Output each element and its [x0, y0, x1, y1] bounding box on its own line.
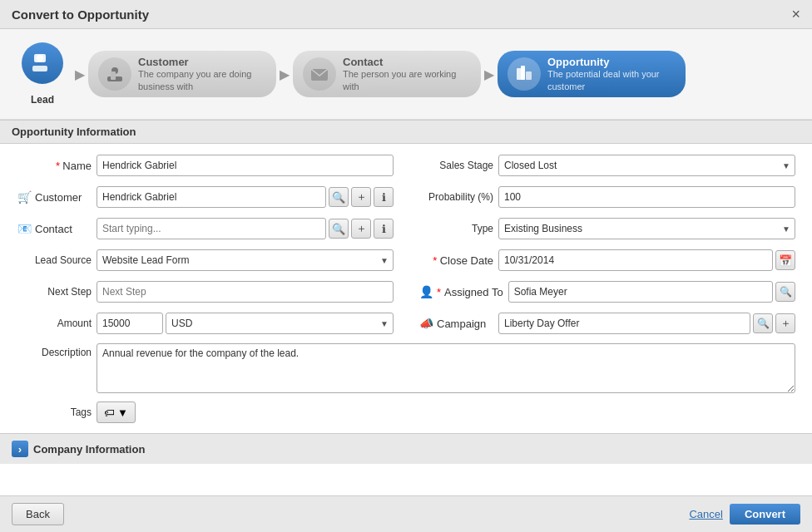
back-button[interactable]: Back	[12, 503, 64, 525]
next-step-label: Next Step	[17, 286, 92, 298]
dialog-header: Convert to Opportunity ×	[0, 0, 812, 29]
probability-row: Probability (%)	[418, 185, 795, 209]
lead-step-label: Lead	[31, 94, 54, 106]
lead-source-row: Lead Source Website Lead Form Cold Call …	[17, 249, 394, 272]
svg-rect-2	[32, 66, 47, 71]
sales-stage-select[interactable]: Closed Lost Prospecting Qualification Pr…	[498, 155, 795, 176]
campaign-label-wrap: 📣 Campaign	[418, 317, 493, 330]
arrow-1: ▶	[72, 66, 88, 82]
name-label: * Name	[17, 160, 92, 172]
customer-row-icon: 🛒	[17, 190, 32, 204]
opportunity-step-name: Opportunity	[547, 56, 672, 68]
tags-button[interactable]: 🏷 ▼	[97, 401, 136, 423]
customer-input[interactable]	[97, 186, 326, 208]
assigned-to-search-btn[interactable]: 🔍	[775, 282, 795, 302]
description-row: Description Annual revenue for the compa…	[17, 343, 795, 393]
wizard-step-lead[interactable]: Lead	[13, 39, 72, 109]
opportunity-step-text: Opportunity The potential deal with your…	[547, 56, 672, 92]
close-date-input-group: 📅	[498, 249, 795, 271]
dialog-footer: Back Cancel Convert	[0, 495, 812, 532]
close-date-input[interactable]	[498, 249, 773, 271]
customer-step-icon	[98, 57, 131, 91]
dialog: Convert to Opportunity × Lead ▶	[0, 0, 812, 532]
customer-search-btn[interactable]: 🔍	[329, 187, 349, 207]
assigned-to-row: 👤 * Assigned To 🔍	[418, 280, 795, 303]
dialog-title: Convert to Opportunity	[12, 7, 149, 22]
sales-stage-label: Sales Stage	[418, 160, 493, 171]
customer-label-wrap: 🛒 Customer	[17, 190, 92, 204]
contact-row: 📧 Contact 🔍 ＋ ℹ	[17, 217, 394, 240]
customer-input-group: 🔍 ＋ ℹ	[97, 186, 394, 208]
wizard-step-contact[interactable]: Contact The person you are working with	[293, 51, 481, 97]
wizard-step-customer[interactable]: Customer The company you are doing busin…	[88, 51, 276, 97]
wizard-steps: Lead ▶ Customer The company you are doin…	[0, 29, 812, 120]
arrow-3: ▶	[481, 66, 498, 82]
tags-dropdown-arrow: ▼	[117, 406, 128, 419]
svg-rect-5	[111, 71, 116, 80]
contact-add-btn[interactable]: ＋	[351, 219, 371, 239]
opportunity-step-icon	[508, 57, 541, 91]
contact-input[interactable]	[97, 218, 326, 239]
lead-source-label: Lead Source	[17, 254, 92, 266]
lead-source-select[interactable]: Website Lead Form Cold Call Email Referr…	[97, 249, 394, 271]
type-select-wrap: Existing Business New Business ▼	[498, 218, 795, 239]
lead-step-icon	[22, 42, 63, 84]
customer-step-name: Customer	[138, 56, 263, 68]
contact-label-wrap: 📧 Contact	[17, 222, 92, 235]
assigned-to-row-icon: 👤	[418, 285, 433, 298]
opportunity-step-desc: The potential deal with your customer	[547, 68, 672, 92]
next-step-input[interactable]	[97, 281, 394, 303]
name-row: * Name	[17, 154, 394, 177]
close-date-required-star: *	[433, 254, 437, 267]
close-date-calendar-btn[interactable]: 📅	[775, 250, 795, 270]
tags-label: Tags	[17, 406, 92, 418]
contact-info-btn[interactable]: ℹ	[374, 219, 394, 239]
amount-label: Amount	[17, 318, 92, 329]
campaign-row: 📣 Campaign 🔍 ＋	[418, 312, 795, 335]
probability-label: Probability (%)	[418, 191, 493, 203]
customer-add-btn[interactable]: ＋	[351, 187, 371, 207]
wizard-step-opportunity[interactable]: Opportunity The potential deal with your…	[498, 51, 686, 97]
type-row: Type Existing Business New Business ▼	[418, 217, 795, 240]
probability-input[interactable]	[498, 186, 795, 208]
form-body: * Name Sales Stage Closed Lost Prospecti…	[0, 144, 812, 433]
svg-point-1	[37, 55, 43, 62]
svg-rect-9	[521, 66, 525, 80]
customer-row: 🛒 Customer 🔍 ＋ ℹ	[17, 185, 394, 209]
campaign-input[interactable]	[498, 313, 750, 334]
close-date-row: * Close Date 📅	[418, 249, 795, 272]
contact-step-name: Contact	[343, 56, 468, 68]
contact-step-desc: The person you are working with	[343, 68, 468, 92]
company-toggle[interactable]: › Company Information	[0, 434, 812, 464]
arrow-2: ▶	[276, 66, 293, 82]
assigned-to-input-group: 🔍	[508, 281, 795, 303]
description-label: Description	[17, 343, 92, 358]
amount-group: USD EUR GBP ▼	[97, 313, 394, 334]
customer-step-desc: The company you are doing business with	[138, 68, 263, 92]
description-textarea[interactable]: Annual revenue for the company of the le…	[97, 343, 795, 393]
close-button[interactable]: ×	[791, 7, 800, 22]
contact-step-icon	[303, 57, 336, 91]
lead-source-select-wrap: Website Lead Form Cold Call Email Referr…	[97, 249, 394, 271]
type-select[interactable]: Existing Business New Business	[498, 218, 795, 239]
name-input[interactable]	[97, 155, 394, 176]
customer-info-btn[interactable]: ℹ	[374, 187, 394, 207]
currency-select[interactable]: USD EUR GBP	[166, 313, 394, 334]
amount-input[interactable]	[97, 313, 163, 334]
form-area: Opportunity Information * Name Sales Sta…	[0, 120, 812, 495]
assigned-to-label-wrap: 👤 * Assigned To	[418, 285, 503, 298]
contact-row-icon: 📧	[17, 222, 32, 235]
currency-select-wrap: USD EUR GBP ▼	[166, 313, 394, 334]
cancel-button[interactable]: Cancel	[689, 508, 722, 520]
amount-row: Amount USD EUR GBP ▼	[17, 312, 394, 335]
company-section: › Company Information	[0, 433, 812, 464]
company-toggle-icon: ›	[12, 441, 28, 457]
campaign-search-btn[interactable]: 🔍	[753, 313, 773, 333]
sales-stage-select-wrap: Closed Lost Prospecting Qualification Pr…	[498, 155, 795, 176]
campaign-add-btn[interactable]: ＋	[775, 313, 795, 333]
campaign-row-icon: 📣	[418, 317, 433, 330]
convert-button[interactable]: Convert	[730, 504, 800, 525]
assigned-to-input[interactable]	[508, 281, 773, 303]
opportunity-section-header: Opportunity Information	[0, 120, 812, 144]
contact-search-btn[interactable]: 🔍	[329, 219, 349, 239]
